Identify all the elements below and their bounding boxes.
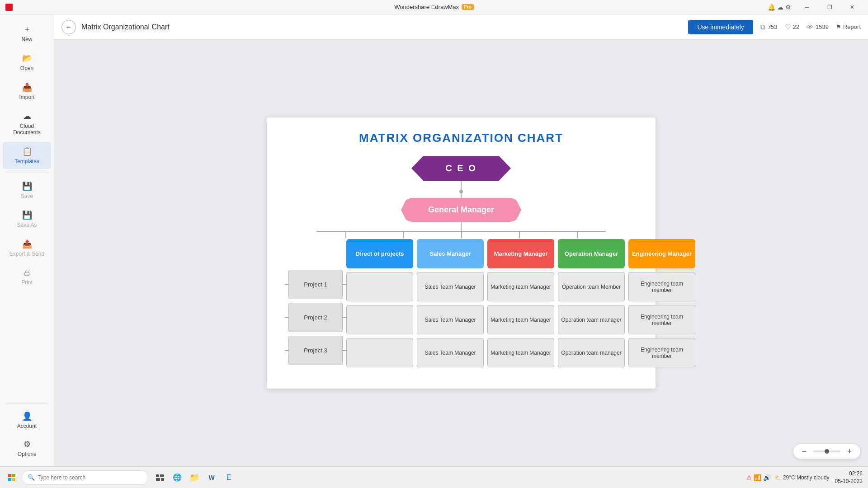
sidebar-label-templates: Templates [14,158,39,164]
sidebar-item-cloud[interactable]: ☁ Cloud Documents [3,107,51,140]
sidebar-bottom: 👤 Account ⚙ Options [0,401,54,463]
minimize-button[interactable]: ─ [797,0,817,14]
back-button[interactable]: ← [61,20,76,34]
svg-rect-5 [160,474,164,477]
export-icon: 📤 [22,239,32,249]
sidebar-divider-2 [5,404,48,404]
zoom-bar: − + [793,444,861,459]
sidebar-item-saveas: 💾 Save As [3,206,51,233]
cell-r3-c4: Engineering team member [628,338,695,367]
sidebar-item-templates[interactable]: 📋 Templates [3,142,51,169]
sidebar-label-options: Options [18,451,36,457]
sidebar-label-import: Import [19,94,34,100]
sidebar-item-open[interactable]: 📂 Open [3,49,51,76]
close-button[interactable]: ✕ [842,0,863,14]
taskbar-search-box[interactable]: 🔍 [22,470,148,485]
title-bar-center: Wondershare EdrawMax Pro [394,4,474,10]
project-3-box: Project 3 [288,336,343,365]
tick-2 [403,231,404,238]
svg-rect-0 [8,474,11,477]
sidebar-item-options[interactable]: ⚙ Options [3,435,51,462]
matrix-wrapper: C E O General Manager [285,156,637,369]
sidebar-item-account[interactable]: 👤 Account [3,407,51,434]
cell-r3-c2: Marketing team Manager [487,338,554,367]
gm-connector-bottom [461,222,462,231]
gm-connector-top [461,193,462,198]
start-button[interactable] [4,469,20,486]
zoom-in-button[interactable]: + [844,446,855,457]
svg-rect-2 [8,478,11,481]
sidebar: ＋ New 📂 Open 📥 Import ☁ Cloud Documents … [0,14,54,466]
h-connector-bar [316,231,606,232]
sidebar-item-save: 💾 Save [3,177,51,204]
import-icon: 📥 [22,82,32,92]
cell-r2-c2: Marketing team Manager [487,305,554,334]
zoom-out-button[interactable]: − [799,446,810,457]
svg-rect-7 [161,478,164,481]
cell-r2-c4: Engineering team member [628,305,695,334]
sidebar-item-new[interactable]: ＋ New [3,19,51,47]
mgr-operation: Operation Manager [558,239,625,268]
taskbar: 🔍 🌐 📁 W E ⚠ 📶 🔊 ⛅ 29°C Mostly cloudy 02: [0,466,868,488]
cell-r3-c3: Operation team manager [558,338,625,367]
cell-r2-c3: Operation team manager [558,305,625,334]
tick-4 [519,231,520,238]
sidebar-label-saveas: Save As [17,222,37,228]
report-icon: ⚑ [836,23,841,30]
report-button[interactable]: ⚑ Report [836,23,861,30]
sidebar-label-new: New [21,36,32,42]
use-immediately-button[interactable]: Use immediately [688,20,753,34]
data-row-1: Sales Team Manager Marketing team Manage… [346,272,695,301]
weather-text: 29°C Mostly cloudy [783,474,830,481]
cloud-icon[interactable]: ☁ [777,4,783,11]
windows-logo-icon [8,474,15,481]
header: ← Matrix Organizational Chart Use immedi… [54,14,868,40]
proj3-left-arrow [285,350,288,351]
cloud-docs-icon: ☁ [23,111,31,121]
views-icon: 👁 [807,23,813,31]
search-icon: 🔍 [28,474,35,481]
views-stat: 👁 1539 [807,23,829,31]
top-section: C E O General Manager [401,156,521,231]
project-row-1: Project 1 [285,270,346,299]
likes-stat: ♡ 22 [785,23,799,31]
zoom-dot [825,449,829,454]
saveas-icon: 💾 [22,210,32,220]
project-row-2: Project 2 [285,303,346,332]
sidebar-label-account: Account [17,423,37,429]
cell-r1-c1: Sales Team Manager [417,272,484,301]
word-button[interactable]: W [203,469,220,486]
open-icon: 📂 [22,53,32,63]
browser-button[interactable]: 🌐 [169,469,185,486]
sidebar-label-cloud: Cloud Documents [6,123,47,136]
managers-row: Direct of projects Sales Manager Marketi… [346,239,695,268]
title-bar-controls: 🔔 ☁ ⚙ ─ ❐ ✕ [768,0,863,14]
app-body: ＋ New 📂 Open 📥 Import ☁ Cloud Documents … [0,14,868,466]
time-display: 02:26 [835,470,863,478]
clock-display: 02:26 05-10-2023 [833,470,864,485]
edge-button[interactable]: E [221,469,237,486]
svg-rect-3 [12,478,15,481]
proj1-left-arrow [285,284,288,285]
taskview-button[interactable] [152,469,168,486]
sidebar-label-export: Export & Send [9,251,44,257]
tick-5 [577,231,578,238]
managers-data-section: Project 1 Project 2 Project 3 [285,239,637,369]
mgr-direct-projects: Direct of projects [346,239,413,268]
mgr-engineering: Engineering Manager [628,239,695,268]
copies-count: 753 [768,23,778,30]
sidebar-item-import[interactable]: 📥 Import [3,78,51,105]
right-grid: Direct of projects Sales Manager Marketi… [346,239,695,369]
options-icon: ⚙ [24,439,31,449]
restore-button[interactable]: ❐ [819,0,840,14]
tray-volume-icon: 🔊 [763,474,771,481]
files-button[interactable]: 📁 [186,469,203,486]
settings-icon[interactable]: ⚙ [785,4,791,11]
cell-r1-c2: Marketing team Manager [487,272,554,301]
notification-icon[interactable]: 🔔 [768,4,775,11]
search-input[interactable] [38,474,142,481]
ceo-dot [459,190,463,193]
cell-r1-c4: Engineering team member [628,272,695,301]
report-label: Report [843,23,861,30]
date-display: 05-10-2023 [835,478,863,485]
